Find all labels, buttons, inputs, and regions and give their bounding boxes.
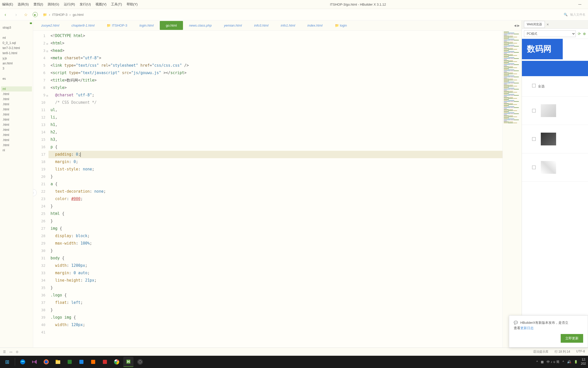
preview-mode-select[interactable]: PC模式: [524, 30, 576, 37]
sidebar-item[interactable]: strap3: [1, 25, 32, 30]
sidebar-item[interactable]: .html: [1, 132, 32, 137]
sidebar-item[interactable]: .html: [1, 112, 32, 117]
settings-icon[interactable]: ⊕: [583, 32, 586, 36]
list-icon[interactable]: ☰: [3, 350, 6, 354]
tab-next-icon[interactable]: ▶: [517, 24, 520, 27]
menu-goto[interactable]: 跳转(G): [48, 2, 59, 7]
code-line[interactable]: <meta charset="utf-8">: [48, 54, 503, 62]
visualstudio-icon[interactable]: [29, 357, 40, 367]
tab[interactable]: login.html: [133, 21, 160, 30]
code-line[interactable]: text-decoration: none;: [48, 188, 503, 195]
tab-prev-icon[interactable]: ◀: [514, 24, 516, 27]
sidebar-item[interactable]: ml: [1, 86, 32, 91]
code-line[interactable]: li,: [48, 114, 503, 121]
code-line[interactable]: <style>: [48, 84, 503, 91]
code-line[interactable]: h2,: [48, 129, 503, 136]
update-now-button[interactable]: 立即更新: [561, 334, 583, 343]
code-line[interactable]: ul,: [48, 106, 503, 114]
ime-status[interactable]: 中 ♪ ⊙ 简: [547, 360, 559, 364]
code-line[interactable]: <!DOCTYPE html>: [48, 32, 503, 40]
menu-view[interactable]: 视图(V): [95, 2, 106, 7]
code-line[interactable]: display: block;: [48, 232, 503, 240]
sidebar-item[interactable]: 3: [1, 66, 32, 71]
code-line[interactable]: body {: [48, 255, 503, 262]
sidebar-item[interactable]: y.js: [1, 56, 32, 61]
app-icon-green[interactable]: [65, 357, 75, 367]
code-line[interactable]: p {: [48, 143, 503, 151]
firefox-icon[interactable]: [41, 357, 51, 367]
code-line[interactable]: color: #000;: [48, 195, 503, 203]
app-icon-orange[interactable]: [88, 357, 98, 367]
tray-chevron-icon[interactable]: ^: [536, 360, 538, 364]
volume-icon[interactable]: 🔊✕: [567, 360, 571, 364]
code-line[interactable]: }: [48, 217, 503, 225]
code-line[interactable]: <script type="text/javascript" src="js/g…: [48, 69, 503, 77]
code-line[interactable]: img {: [48, 225, 503, 232]
preview-content[interactable]: 数码网 全选: [522, 39, 588, 348]
obs-icon[interactable]: [135, 357, 145, 367]
sidebar-item[interactable]: .html: [1, 127, 32, 132]
code-line[interactable]: <link type="text/css" rel="stylesheet" h…: [48, 62, 503, 69]
code-line[interactable]: padding: 0;: [48, 151, 503, 158]
tab[interactable]: index.html: [301, 21, 328, 30]
code-line[interactable]: @charset "utf-8";: [48, 91, 503, 99]
window-controls[interactable]: —: [578, 3, 586, 6]
code-line[interactable]: <title>数码网</title>: [48, 77, 503, 84]
sidebar-item[interactable]: an.html: [1, 61, 32, 66]
code-line[interactable]: margin: 0;: [48, 158, 503, 166]
status-encoding[interactable]: UTF-8: [576, 350, 585, 354]
sidebar-item[interactable]: .html: [1, 143, 32, 148]
code-line[interactable]: h3,: [48, 136, 503, 143]
code-line[interactable]: list-style: none;: [48, 166, 503, 173]
app-icon-blue[interactable]: [76, 357, 87, 367]
sidebar-item[interactable]: ter8-1.html: [1, 51, 32, 56]
sidebar-item[interactable]: 0_0_1.sql: [1, 40, 32, 45]
code-line[interactable]: .logo {: [48, 292, 503, 299]
breadcrumb-item[interactable]: go.html: [73, 13, 84, 17]
search-input[interactable]: 输入文件名: [570, 13, 585, 17]
nav-forward-icon[interactable]: ›: [13, 12, 19, 17]
start-icon[interactable]: ⊞: [2, 357, 12, 367]
changelog-link[interactable]: 更新日志: [520, 326, 534, 330]
code-line[interactable]: width: 120px;: [48, 321, 503, 329]
code-line[interactable]: margin: 0 auto;: [48, 269, 503, 277]
favorite-icon[interactable]: ☆: [24, 12, 28, 17]
menu-edit[interactable]: 编辑(E): [2, 2, 13, 7]
clock[interactable]: 12: 202: [581, 358, 586, 366]
sidebar-item[interactable]: .html: [1, 102, 32, 107]
code-line[interactable]: line-height: 21px;: [48, 277, 503, 284]
close-icon[interactable]: ✕: [546, 23, 549, 26]
code-line[interactable]: max-width: 100%;: [48, 240, 503, 247]
code-content[interactable]: <!DOCTYPE html><html><head><meta charset…: [48, 31, 503, 348]
code-line[interactable]: <html>: [48, 40, 503, 47]
sidebar-item[interactable]: .html: [1, 107, 32, 112]
preview-tab-web[interactable]: Web浏览器: [524, 21, 545, 28]
code-line[interactable]: h1,: [48, 121, 503, 129]
app-icon-red[interactable]: [100, 357, 110, 367]
menu-publish[interactable]: 发行(U): [80, 2, 91, 7]
code-line[interactable]: }: [48, 173, 503, 180]
menu-run[interactable]: 运行(R): [64, 2, 75, 7]
tab[interactable]: 📁ITSHOP-3: [101, 21, 133, 30]
code-line[interactable]: }: [48, 247, 503, 255]
tray-grid-icon[interactable]: ▦: [541, 360, 544, 364]
sidebar-item[interactable]: es: [1, 76, 32, 81]
code-line[interactable]: width: 1200px;: [48, 262, 503, 269]
sidebar-item[interactable]: .html: [1, 91, 32, 97]
battery-icon[interactable]: 🔋: [574, 360, 578, 364]
code-line[interactable]: a {: [48, 180, 503, 188]
menu-find[interactable]: 查找(I): [33, 2, 43, 7]
tab[interactable]: yemian.html: [218, 21, 248, 30]
code-line[interactable]: }: [48, 203, 503, 210]
breadcrumb-item[interactable]: ITSHOP-3: [52, 13, 67, 17]
checkbox[interactable]: [532, 109, 536, 112]
tab[interactable]: go.html: [160, 21, 183, 30]
sidebar-item[interactable]: nl: [1, 148, 32, 153]
menu-tools[interactable]: 工具(T): [111, 2, 122, 7]
search-icon[interactable]: 🔍: [564, 13, 568, 16]
code-line[interactable]: }: [48, 306, 503, 314]
tab[interactable]: chapter8-1.html: [65, 21, 101, 30]
code-editor[interactable]: ‹ 12⊟3⊟456789⊟10111213141516171819202122…: [33, 31, 522, 348]
sidebar-item[interactable]: .html: [1, 122, 32, 127]
menu-select[interactable]: 选择(S): [18, 2, 29, 7]
